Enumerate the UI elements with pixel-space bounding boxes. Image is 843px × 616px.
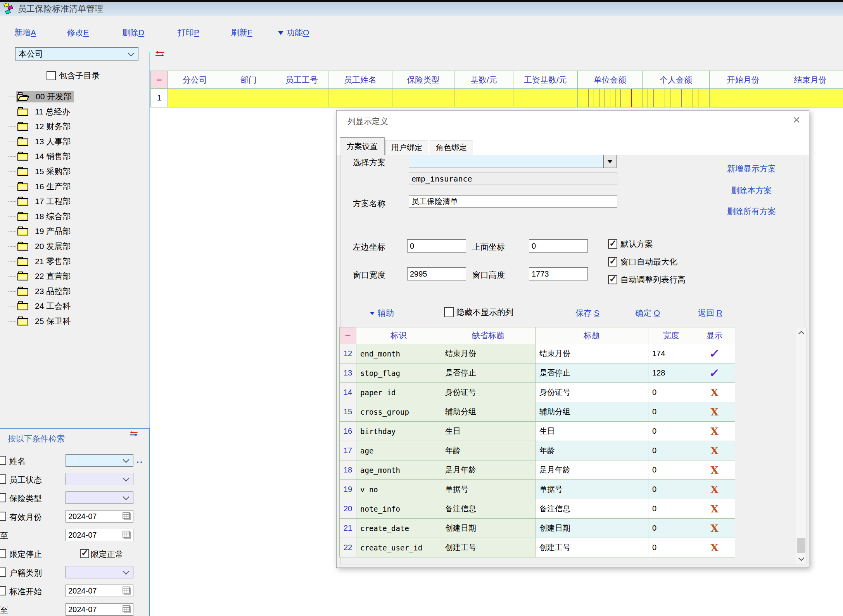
tab-role-binding[interactable]: 角色绑定 [430, 140, 473, 155]
tree-node-16[interactable]: 16 生产部 [16, 181, 73, 192]
delete-all-schemes-link[interactable]: 删除所有方案 [701, 206, 802, 217]
dtable-row-15[interactable]: 15cross_group辅助分组辅助分组0X [339, 402, 735, 422]
default-scheme-checkbox[interactable] [608, 239, 617, 249]
tree-node-17[interactable]: 17 工程部 [16, 196, 73, 207]
search-date-8[interactable]: 2024-07 [66, 585, 133, 597]
tree-node-13[interactable]: 13 人事部 [16, 136, 73, 147]
swap-columns-icon[interactable] [155, 51, 164, 59]
dtable-row-17[interactable]: 17age年龄年龄0X [339, 441, 735, 460]
more-button[interactable]: .. [136, 455, 143, 465]
main-table-row[interactable]: 1 [150, 89, 843, 107]
search-date-4[interactable]: 2024-07 [66, 510, 133, 523]
window-height-field[interactable] [529, 267, 588, 280]
search-checkbox-6[interactable] [0, 549, 6, 558]
tab-user-binding[interactable]: 用户绑定 [385, 140, 428, 155]
scrollbar-thumb[interactable] [797, 538, 805, 553]
search-date-5[interactable]: 2024-07 [66, 529, 133, 541]
scheme-combobox-button[interactable] [603, 155, 617, 168]
auto-rowheight-checkbox-row[interactable]: 自动调整列表行高 [608, 274, 686, 285]
aux-menu-button[interactable]: 辅助 [370, 308, 394, 318]
ok-button[interactable]: 确定 O [635, 308, 660, 318]
save-button[interactable]: 保存 S [575, 308, 599, 318]
calendar-icon[interactable] [123, 531, 132, 539]
main-table-header-2[interactable]: 部门 [222, 71, 275, 89]
tree-item-15[interactable]: 15 采购部 [2, 164, 73, 179]
auto-maximize-checkbox-row[interactable]: 窗口自动最大化 [608, 256, 677, 267]
tree-node-23[interactable]: 23 品控部 [16, 286, 73, 297]
search-combo-7[interactable] [66, 566, 133, 578]
main-table-header-11[interactable]: 结束月份 [777, 71, 843, 89]
main-table-header-5[interactable]: 保险类型 [392, 71, 454, 89]
search-checkbox-2[interactable] [0, 474, 6, 484]
tree-item-21[interactable]: 21 零售部 [2, 254, 73, 269]
search-date-9[interactable]: 2024-07 [66, 603, 133, 616]
search-checkbox-4[interactable] [0, 512, 6, 521]
left-coord-field[interactable] [407, 239, 466, 253]
tree-node-14[interactable]: 14 销售部 [16, 151, 73, 162]
search-combo-1[interactable] [66, 454, 133, 467]
calendar-icon[interactable] [123, 587, 132, 595]
tree-node-15[interactable]: 15 采购部 [16, 166, 73, 177]
search-checkbox2-6[interactable] [80, 549, 89, 558]
back-button[interactable]: 返回 R [698, 308, 722, 318]
toolbar-refresh-button[interactable]: 刷新F [231, 27, 252, 38]
dtable-row-22[interactable]: 22create_user_id创建工号创建工号0X [339, 538, 735, 557]
toolbar-delete-button[interactable]: 删除D [122, 27, 144, 38]
tree-node-12[interactable]: 12 财务部 [16, 121, 73, 132]
tree-node-22[interactable]: 22 直营部 [16, 270, 73, 282]
search-combo-2[interactable] [66, 473, 133, 485]
tree-item-13[interactable]: 13 人事部 [2, 134, 73, 149]
tree-node-24[interactable]: 24 工会科 [16, 300, 73, 312]
tree-item-12[interactable]: 12 财务部 [2, 119, 73, 134]
dtable-row-12[interactable]: 12end_month结束月份结束月份174✓ [339, 344, 735, 363]
dialog-scrollbar[interactable] [796, 327, 807, 564]
auto-rowheight-checkbox[interactable] [608, 275, 617, 284]
tree-item-22[interactable]: 22 直营部 [2, 269, 73, 284]
dtable-row-13[interactable]: 13stop_flag是否停止是否停止128✓ [339, 363, 735, 383]
dtable-row-20[interactable]: 20note_info备注信息备注信息0X [339, 499, 735, 519]
toolbar-add-button[interactable]: 新增A [14, 27, 36, 38]
main-table-header-3[interactable]: 员工工号 [275, 71, 328, 89]
tree-item-00[interactable]: 00 开发部 [2, 89, 74, 104]
tree-node-18[interactable]: 18 综合部 [16, 211, 73, 222]
dtable-row-21[interactable]: 21create_date创建日期创建日期0X [339, 519, 735, 538]
search-checkbox-7[interactable] [0, 568, 6, 577]
tree-item-19[interactable]: 19 产品部 [2, 224, 73, 239]
calendar-icon[interactable] [123, 512, 132, 521]
calendar-icon[interactable] [123, 605, 132, 614]
default-scheme-checkbox-row[interactable]: 默认方案 [608, 239, 653, 249]
search-checkbox-1[interactable] [0, 456, 6, 465]
delete-scheme-link[interactable]: 删除本方案 [701, 185, 802, 196]
scheme-id-field[interactable] [409, 173, 617, 185]
tree-node-20[interactable]: 20 发展部 [16, 241, 73, 252]
close-icon[interactable]: × [793, 113, 800, 126]
tree-item-14[interactable]: 14 销售部 [2, 149, 73, 164]
dtable-row-14[interactable]: 14paper_id身份证号身份证号0X [339, 383, 735, 402]
auto-maximize-checkbox[interactable] [608, 257, 617, 266]
tree-item-24[interactable]: 24 工会科 [2, 299, 73, 313]
window-width-field[interactable] [407, 267, 466, 280]
tree-node-19[interactable]: 19 产品部 [16, 225, 73, 237]
toolbar-edit-button[interactable]: 修改E [67, 27, 89, 38]
tree-item-23[interactable]: 23 品控部 [2, 284, 73, 299]
main-table-header-10[interactable]: 开始月份 [710, 71, 777, 89]
main-table-header-7[interactable]: 工资基数/元 [513, 71, 578, 89]
tree-item-11[interactable]: 11 总经办 [2, 104, 73, 119]
scroll-down-icon[interactable] [796, 553, 806, 564]
dtable-row-18[interactable]: 18age_month足月年龄足月年龄0X [339, 460, 735, 480]
tree-node-11[interactable]: 11 总经办 [16, 106, 73, 118]
add-scheme-link[interactable]: 新增显示方案 [701, 163, 802, 174]
tab-scheme-settings[interactable]: 方案设置 [340, 137, 385, 155]
tree-node-25[interactable]: 25 保卫科 [16, 315, 73, 327]
scheme-name-field[interactable] [409, 195, 617, 208]
tree-item-25[interactable]: 25 保卫科 [2, 314, 73, 329]
toolbar-print-button[interactable]: 打印P [178, 27, 199, 38]
tree-item-17[interactable]: 17 工程部 [2, 194, 73, 209]
tree-item-16[interactable]: 16 生产部 [2, 179, 73, 194]
tree-node-21[interactable]: 21 零售部 [16, 256, 73, 267]
scroll-up-icon[interactable] [796, 327, 806, 338]
search-combo-3[interactable] [66, 491, 133, 504]
tree-node-00[interactable]: 00 开发部 [16, 91, 74, 102]
toolbar-function-menu-button[interactable]: 功能O [278, 27, 309, 38]
include-subdir-checkbox-row[interactable]: 包含子目录 [47, 70, 100, 81]
